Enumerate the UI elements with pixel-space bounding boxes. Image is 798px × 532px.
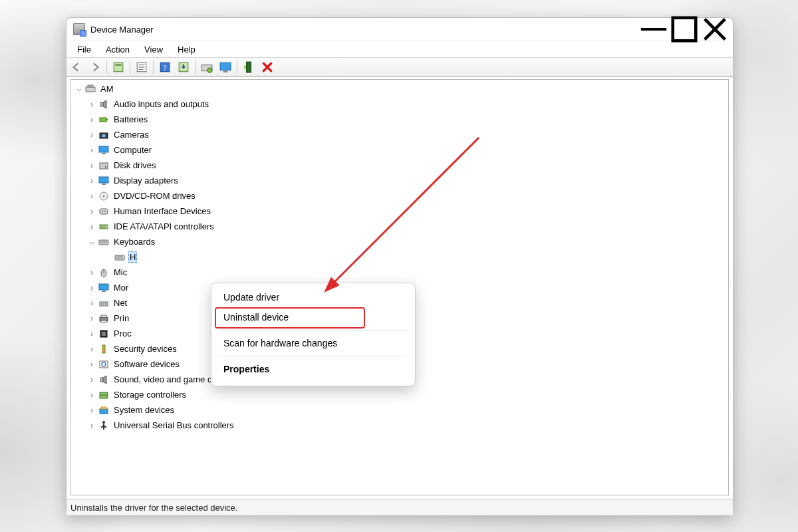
svg-point-68	[102, 421, 105, 424]
tree-node[interactable]: Universal Serial Bus controllers	[71, 418, 728, 433]
tree-node[interactable]: Cameras	[71, 127, 728, 142]
monitor-button[interactable]	[217, 59, 234, 75]
svg-point-52	[103, 303, 104, 305]
chevron-right-icon[interactable]	[87, 146, 96, 155]
toolbar: ?	[66, 57, 733, 77]
tree-node[interactable]: Storage controllers	[71, 387, 728, 402]
tree-node-label: Software devices	[112, 358, 181, 370]
tree-node[interactable]: Batteries	[71, 112, 728, 127]
svg-point-32	[103, 195, 105, 197]
ctx-scan-hardware[interactable]: Scan for hardware changes	[214, 333, 412, 353]
tree-node-label: Storage controllers	[112, 389, 188, 400]
tree-root-label: AM	[99, 83, 115, 94]
svg-point-35	[104, 211, 106, 212]
tree-node[interactable]: IDE ATA/ATAPI controllers	[71, 219, 728, 234]
tree-node[interactable]: DVD/CD-ROM drives	[71, 188, 728, 203]
status-bar: Uninstalls the driver for the selected d…	[66, 499, 733, 515]
svg-point-28	[105, 166, 106, 167]
tree-node[interactable]: Mic	[71, 265, 728, 280]
chevron-down-icon[interactable]	[74, 84, 83, 94]
chevron-right-icon[interactable]	[87, 360, 96, 369]
back-button[interactable]	[68, 59, 85, 75]
svg-text:?: ?	[163, 63, 167, 72]
svg-point-14	[207, 68, 212, 72]
chevron-right-icon[interactable]	[87, 406, 96, 415]
tree-node-label: Mor	[112, 282, 130, 293]
chevron-right-icon[interactable]	[87, 283, 96, 293]
tree-node-label: Mic	[112, 267, 128, 278]
keyboard-icon	[114, 252, 126, 263]
tree-node-label: IDE ATA/ATAPI controllers	[112, 221, 215, 232]
minimize-button[interactable]	[638, 19, 669, 39]
ctx-update-driver[interactable]: Update driver	[214, 287, 412, 307]
speaker-icon	[98, 374, 110, 385]
close-button[interactable]	[700, 19, 730, 39]
chevron-right-icon[interactable]	[87, 222, 96, 231]
chevron-right-icon[interactable]	[87, 100, 96, 109]
maximize-button[interactable]	[669, 19, 700, 39]
chevron-right-icon[interactable]	[87, 329, 96, 338]
ctx-properties[interactable]: Properties	[214, 359, 412, 379]
svg-rect-58	[102, 332, 106, 336]
tree-node[interactable]: Audio inputs and outputs	[71, 96, 728, 112]
menu-bar: File Action View Help	[66, 41, 733, 57]
tree-node[interactable]: Display adapters	[71, 173, 728, 188]
forward-button[interactable]	[86, 59, 104, 75]
chevron-right-icon[interactable]	[87, 115, 96, 124]
svg-rect-56	[101, 321, 106, 323]
tree-node[interactable]: System devices	[71, 402, 728, 418]
menu-file[interactable]: File	[70, 43, 98, 56]
show-hidden-button[interactable]	[110, 59, 127, 75]
chevron-right-icon[interactable]	[87, 421, 96, 430]
menu-action[interactable]: Action	[99, 43, 136, 56]
chevron-down-icon[interactable]	[87, 237, 96, 247]
menu-help[interactable]: Help	[171, 43, 202, 56]
svg-rect-20	[100, 102, 103, 106]
svg-rect-63	[100, 378, 103, 382]
monitor-icon	[98, 145, 110, 156]
chevron-right-icon[interactable]	[87, 390, 96, 400]
svg-rect-64	[100, 392, 108, 395]
context-menu: Update driver Uninstall device Scan for …	[211, 283, 416, 386]
enable-button[interactable]	[240, 59, 257, 75]
scan-button[interactable]	[198, 59, 215, 75]
titlebar[interactable]: Device Manager	[66, 18, 733, 41]
chevron-right-icon[interactable]	[87, 299, 96, 308]
computer-icon	[84, 84, 96, 94]
tree-node[interactable]: Keyboards	[71, 234, 728, 249]
tree-root[interactable]: AM	[71, 81, 728, 96]
svg-rect-55	[101, 315, 106, 317]
disk-icon	[98, 160, 110, 171]
chevron-right-icon[interactable]	[87, 130, 96, 140]
tree-node[interactable]: Disk drives	[71, 158, 728, 173]
tree-node-label: Batteries	[112, 114, 149, 125]
properties-button[interactable]	[133, 59, 150, 75]
help-button[interactable]: ?	[156, 59, 174, 75]
svg-rect-30	[102, 184, 106, 185]
tree-child[interactable]: H	[71, 249, 728, 265]
chevron-right-icon[interactable]	[87, 176, 96, 186]
ctx-separator	[219, 330, 407, 331]
chevron-right-icon[interactable]	[87, 344, 96, 354]
toolbar-separator	[130, 61, 130, 74]
ctx-uninstall-device[interactable]: Uninstall device	[214, 307, 412, 327]
chevron-right-icon[interactable]	[87, 161, 96, 170]
svg-rect-49	[102, 291, 106, 292]
update-button[interactable]	[175, 59, 192, 75]
svg-rect-22	[106, 119, 108, 120]
app-icon	[73, 23, 85, 35]
menu-view[interactable]: View	[138, 43, 170, 56]
chevron-right-icon[interactable]	[87, 207, 96, 216]
svg-rect-25	[99, 146, 108, 152]
chevron-right-icon[interactable]	[87, 268, 96, 277]
chevron-right-icon[interactable]	[87, 375, 96, 384]
tree-node[interactable]: Human Interface Devices	[71, 203, 728, 219]
delete-button[interactable]	[259, 59, 276, 75]
tree-node[interactable]: Computer	[71, 142, 728, 158]
chevron-right-icon[interactable]	[87, 192, 96, 201]
chevron-right-icon[interactable]	[87, 314, 96, 323]
svg-rect-26	[102, 153, 106, 154]
svg-rect-5	[116, 65, 122, 66]
svg-rect-21	[100, 118, 106, 122]
svg-point-34	[102, 211, 103, 212]
